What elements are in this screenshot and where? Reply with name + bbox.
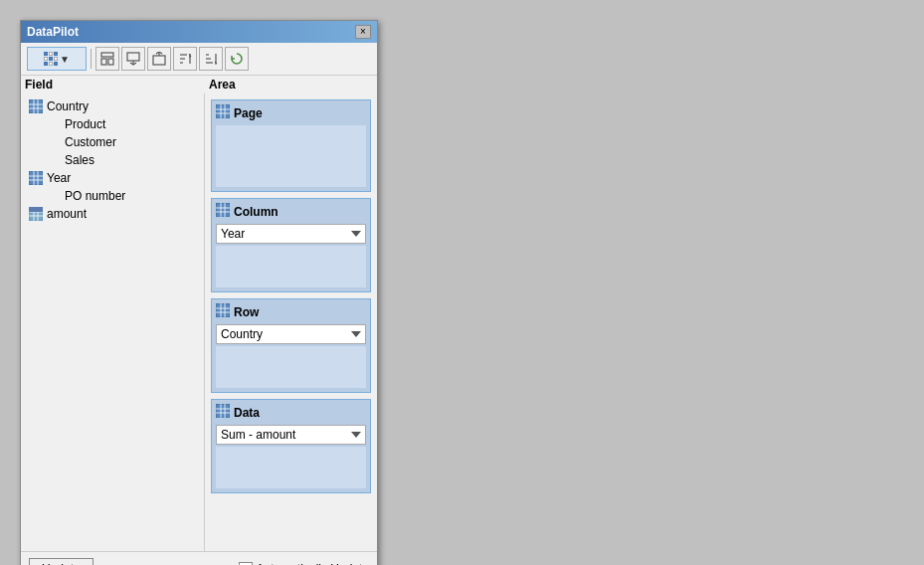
toolbar-separator-1 xyxy=(91,49,92,69)
column-section: Column Year xyxy=(211,198,371,292)
data-dropdown-row: Sum - amount xyxy=(216,425,366,445)
main-toolbar-button[interactable]: ▼ xyxy=(27,47,87,71)
row-dropdown[interactable]: Country xyxy=(216,324,366,344)
table-icon-year xyxy=(29,171,43,185)
icon-sales xyxy=(29,153,43,167)
row-label: Row xyxy=(234,305,259,319)
toolbar: ▼ xyxy=(21,43,377,76)
field-item-year[interactable]: Year xyxy=(25,169,200,187)
svg-rect-1 xyxy=(101,59,106,65)
svg-rect-46 xyxy=(216,404,230,418)
svg-rect-36 xyxy=(216,203,230,217)
data-dropdown[interactable]: Sum - amount xyxy=(216,425,366,445)
icon-ponumber xyxy=(29,189,43,203)
data-section-icon xyxy=(216,404,230,421)
icon-customer xyxy=(29,135,43,149)
window-title: DataPilot xyxy=(27,25,79,39)
field-item-sales[interactable]: Sales xyxy=(25,151,200,169)
update-button[interactable]: Update xyxy=(29,558,93,565)
data-section-title: Data xyxy=(216,404,366,421)
svg-rect-2 xyxy=(108,59,113,65)
field-label-product: Product xyxy=(65,117,105,131)
datapilot-dialog: DataPilot × ▼ xyxy=(20,20,378,565)
layout-icon[interactable] xyxy=(95,47,119,71)
svg-rect-5 xyxy=(153,56,165,65)
svg-rect-15 xyxy=(29,99,43,113)
column-dropdown-row: Year xyxy=(216,224,366,244)
field-panel: Country Product Customer Sales xyxy=(21,94,205,551)
field-item-customer[interactable]: Customer xyxy=(25,133,200,151)
row-dropdown-row: Country xyxy=(216,324,366,344)
page-drop-area[interactable] xyxy=(216,125,366,187)
field-header: Field xyxy=(25,78,209,92)
svg-rect-20 xyxy=(29,171,43,185)
svg-rect-31 xyxy=(216,104,230,118)
field-item-ponumber[interactable]: PO number xyxy=(25,187,200,205)
icon-product xyxy=(29,117,43,131)
sort-desc-icon[interactable] xyxy=(199,47,223,71)
field-item-product[interactable]: Product xyxy=(25,115,200,133)
bottom-bar: Update ✓ Automatically Update xyxy=(21,551,377,565)
refresh-icon[interactable] xyxy=(225,47,249,71)
table-icon-country xyxy=(29,99,43,113)
svg-rect-30 xyxy=(29,207,43,212)
field-label-customer: Customer xyxy=(65,135,116,149)
title-bar: DataPilot × xyxy=(21,21,377,43)
close-button[interactable]: × xyxy=(355,25,371,39)
page-section-icon xyxy=(216,104,230,121)
field-label-sales: Sales xyxy=(65,153,94,167)
column-section-icon xyxy=(216,203,230,220)
column-dropdown[interactable]: Year xyxy=(216,224,366,244)
import-icon[interactable] xyxy=(121,47,145,71)
row-drop-area[interactable] xyxy=(216,346,366,388)
field-label-country: Country xyxy=(47,99,89,113)
page-label: Page xyxy=(234,106,263,120)
row-section-icon xyxy=(216,303,230,320)
area-header: Area xyxy=(209,78,373,92)
svg-rect-3 xyxy=(127,53,139,61)
field-label-amount: amount xyxy=(47,207,87,221)
svg-rect-0 xyxy=(101,53,113,57)
column-section-title: Column xyxy=(216,203,366,220)
data-label: Data xyxy=(234,406,260,420)
column-label: Column xyxy=(234,205,278,219)
panel-headers: Field Area xyxy=(21,76,377,94)
page-section-title: Page xyxy=(216,104,366,121)
field-item-amount[interactable]: amount xyxy=(25,205,200,223)
area-panel: Page Column xyxy=(205,94,377,551)
row-section-title: Row xyxy=(216,303,366,320)
row-section: Row Country xyxy=(211,298,371,393)
field-label-ponumber: PO number xyxy=(65,189,125,203)
data-section: Data Sum - amount xyxy=(211,399,371,493)
data-drop-area[interactable] xyxy=(216,447,366,488)
field-label-year: Year xyxy=(47,171,71,185)
export-icon[interactable] xyxy=(147,47,171,71)
col-icon-amount xyxy=(29,207,43,221)
field-item-country[interactable]: Country xyxy=(25,97,200,115)
svg-rect-41 xyxy=(216,303,230,317)
main-content: Country Product Customer Sales xyxy=(21,94,377,551)
sort-asc-icon[interactable] xyxy=(173,47,197,71)
column-drop-area[interactable] xyxy=(216,246,366,287)
page-section: Page xyxy=(211,99,371,192)
